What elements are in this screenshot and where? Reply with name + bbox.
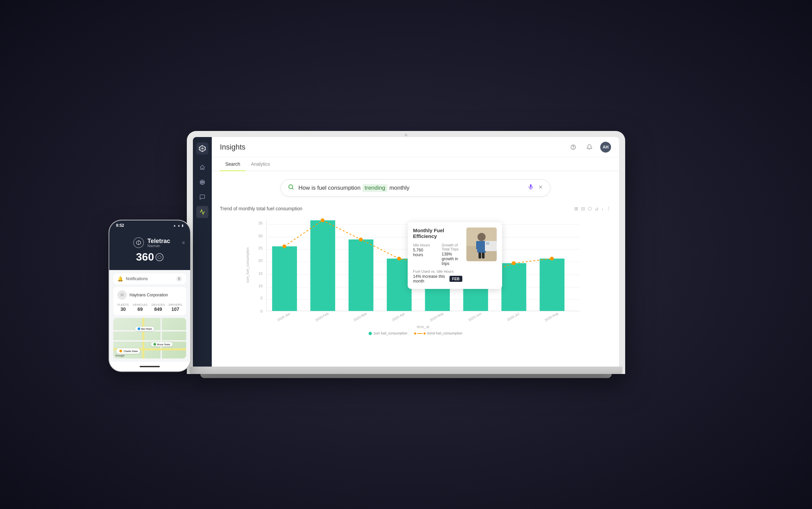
svg-text:25: 25 [258,246,263,250]
map-label-ben: Ben Reed [135,327,154,331]
help-button[interactable] [568,142,579,153]
chart-icon-filter[interactable]: ⊿ [594,206,599,211]
svg-text:30: 30 [258,234,263,238]
svg-text:2020-Jul: 2020-Jul [506,312,520,322]
svg-text:2020-May: 2020-May [429,311,444,322]
company-row: H Haytrans Corporation FLEETS 30 VEHICLE… [113,287,186,315]
fuel-value: 14% increase this month [413,274,446,284]
legend-sum: sum fuel_consumption [369,331,407,335]
stat-devices-label: DEVICES [151,303,165,306]
legend-trend-dot [414,332,416,334]
tab-analytics[interactable]: Analytics [245,157,275,171]
query-text-1: How is fuel consumption [298,185,360,191]
legend-trend-line [417,333,423,334]
microphone-icon[interactable] [528,184,534,192]
laptop-base [190,367,622,374]
svg-rect-21 [478,252,481,259]
map-label-charlie: Charlie Shaw [116,348,140,354]
svg-text:2020-Jan: 2020-Jan [277,312,291,322]
tooltip-trips: Growth of Total Trips 138% growth in tri… [442,243,462,266]
phone-brand-name: Teletrac [147,238,170,244]
bar-jul [501,263,526,311]
legend-trend: trend fuel_consumption [414,331,462,335]
chart-icon-download[interactable]: ↓ [601,206,604,211]
legend-sum-label: sum fuel_consumption [374,331,407,335]
signal-icon: ▲ [173,224,176,227]
search-area: How is fuel consumption trending monthly [212,171,619,202]
phone-360-icon [155,253,164,261]
tooltip-metrics-row: Idle Hours 5,760 hours Growth of Total T… [413,243,462,266]
stat-vehicles-value: 69 [133,306,148,312]
sidebar-item-insights[interactable] [196,206,208,218]
home-indicator [140,366,160,367]
laptop-screen: Insights [193,137,619,367]
stat-devices: DEVICES 849 [151,303,165,312]
stat-fleets: FLEETS 30 [117,303,129,312]
chart-icon-share[interactable]: ⬡ [588,206,592,211]
svg-text:20: 20 [258,259,263,263]
trips-value: 138% growth in trips [442,252,462,266]
svg-point-10 [289,185,293,189]
stat-drivers-label: DRIVERS [169,303,182,306]
bell-icon: 🔔 [117,276,123,282]
chart-actions: ⊞ ⊟ ⬡ ⊿ ↓ ⋮ [574,206,611,211]
user-avatar[interactable]: AH [600,142,611,153]
sidebar-item-chat[interactable] [196,191,208,203]
bar-mar [349,239,374,311]
svg-rect-24 [486,242,489,245]
tabs-bar: Search Analytics [212,157,619,171]
fuel-label: Fuel Used vs. Idle Hours [413,269,462,273]
chart-header: Trend of monthly total fuel consumption … [220,206,611,211]
sidebar [193,137,212,367]
notifications-label: Notifications [126,276,148,281]
tooltip-image [466,227,497,261]
phone-status-icons: ▲ ▲ ▮ [173,224,183,227]
notification-button[interactable] [584,142,595,153]
map-background: Ben Reed Bruce Teske Charlie Shaw Google [113,318,186,358]
phone-360-number: 360 [136,251,154,263]
svg-text:35: 35 [258,221,263,225]
svg-text:time_at: time_at [417,325,430,329]
stat-drivers: DRIVERS 107 [169,303,182,312]
chart-icon-more[interactable]: ⋮ [606,206,611,211]
sidebar-item-globe[interactable] [196,176,208,188]
top-header: Insights [212,137,619,157]
trend-dot-feb [321,218,324,222]
wifi-icon: ▲ [177,224,180,227]
stats-row: FLEETS 30 VEHICLES 69 DEVICES 849 DRIV [117,303,182,312]
svg-text:5: 5 [260,296,262,300]
chart-container: Trend of monthly total fuel consumption … [212,202,619,367]
phone-brand: Teletrac Navman [133,237,170,248]
phone-frame: 9:52 ▲ ▲ ▮ [109,220,190,371]
legend-sum-dot [369,332,372,335]
svg-line-11 [292,188,294,190]
svg-text:0: 0 [260,309,262,313]
phone-360-badge: 360 [136,251,163,263]
stat-fleets-value: 30 [117,306,129,312]
search-query[interactable]: How is fuel consumption trending monthly [298,184,524,192]
chart-icon-2[interactable]: ⊟ [581,206,585,211]
phone-bottom-bar [109,362,190,371]
tooltip-fuel-section: Fuel Used vs. Idle Hours 14% increase th… [413,269,462,284]
search-icon [288,184,294,192]
notification-left: 🔔 Notifications [117,276,148,282]
svg-text:2020-Jun: 2020-Jun [468,312,482,322]
trend-dot-jan [283,244,286,248]
company-avatar: H [117,290,127,300]
trend-dot-apr [397,257,401,260]
laptop-camera [405,134,407,136]
chart-icon-1[interactable]: ⊞ [574,206,578,211]
bar-aug [540,259,564,311]
notifications-row[interactable]: 🔔 Notifications 5 [113,273,186,284]
tooltip-card: Monthly Fuel Efficiency Idle Hours 5,760… [408,222,502,289]
sidebar-item-home[interactable] [196,161,208,173]
svg-text:10: 10 [258,284,263,288]
feb-badge: FEB [450,276,462,282]
company-name: Haytrans Corporation [129,293,168,297]
legend-trend-indicator [414,332,426,334]
stat-vehicles: VEHICLES 69 [133,303,148,312]
clear-search-icon[interactable] [538,184,543,191]
bar-feb [310,220,335,311]
fuel-value-row: 14% increase this month FEB [413,274,462,284]
tab-search[interactable]: Search [220,157,245,171]
